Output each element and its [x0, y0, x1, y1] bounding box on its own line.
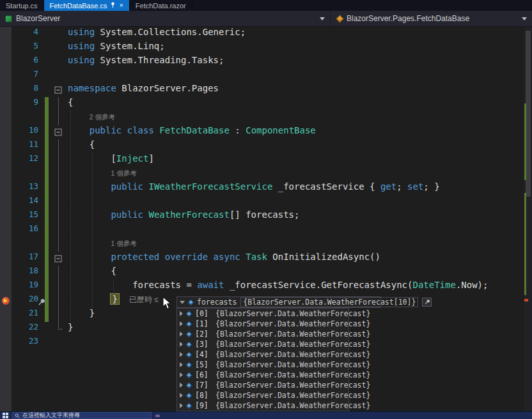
windows-taskbar[interactable]: 在這裡輸入文字來搜尋 ∞: [0, 411, 532, 419]
collapse-box-icon[interactable]: [55, 255, 62, 263]
code-line[interactable]: 7: [0, 69, 532, 83]
codelens-references[interactable]: 1 個參考: [111, 240, 136, 247]
datatip-row[interactable]: [0]{BlazorServer.Data.WeatherForecast}: [177, 309, 348, 319]
datatip-row[interactable]: [3]{BlazorServer.Data.WeatherForecast}: [177, 339, 348, 349]
code-line[interactable]: 17 protected override async Task OnIniti…: [0, 252, 532, 266]
expand-arrow-icon[interactable]: [180, 352, 183, 357]
datatip-row[interactable]: [8]{BlazorServer.Data.WeatherForecast}: [177, 390, 348, 400]
codelens-references[interactable]: 1 個參考: [111, 169, 136, 177]
tab-fetchdatabase-cs[interactable]: FetchDataBase.cs ×: [44, 0, 130, 11]
code-text[interactable]: using System.Threading.Tasks;: [68, 55, 532, 69]
breakpoint-gutter-cell[interactable]: [0, 69, 12, 83]
code-line[interactable]: 10 public class FetchDataBase : Componen…: [0, 125, 532, 139]
code-text[interactable]: {: [68, 139, 532, 153]
code-line[interactable]: 8namespace BlazorServer.Pages: [0, 83, 532, 97]
code-text[interactable]: 1 個參考: [68, 238, 532, 252]
datatip-root-row[interactable]: forecasts {BlazorServer.Data.WeatherFore…: [176, 296, 381, 308]
outlining-margin-cell[interactable]: [49, 252, 68, 266]
scrollbar-thumb[interactable]: [526, 31, 531, 197]
code-text[interactable]: using System.Collections.Generic;: [68, 27, 532, 41]
perftip-elapsed-time[interactable]: 已歷時 ≤: [129, 295, 159, 304]
expand-arrow-icon[interactable]: [180, 403, 183, 408]
breakpoint-gutter-cell[interactable]: [0, 167, 12, 181]
taskbar-search[interactable]: 在這裡輸入文字來搜尋: [12, 412, 152, 419]
breakpoint-gutter-cell[interactable]: [0, 111, 12, 125]
expand-arrow-icon[interactable]: [180, 331, 183, 337]
code-text[interactable]: public IWeatherForecastService _forecast…: [68, 181, 532, 195]
codelens-references[interactable]: 2 個參考: [90, 113, 115, 121]
code-text[interactable]: public class FetchDataBase : ComponentBa…: [68, 125, 532, 139]
code-text[interactable]: public WeatherForecast[] forecasts;: [68, 210, 532, 224]
code-text[interactable]: [68, 69, 532, 83]
pin-icon[interactable]: [37, 296, 46, 305]
breakpoint-gutter-cell[interactable]: [0, 238, 12, 252]
collapse-arrow-icon[interactable]: [180, 301, 185, 304]
breakpoint-gutter-cell[interactable]: [0, 322, 12, 336]
code-text[interactable]: [68, 195, 532, 210]
breakpoint-gutter-cell[interactable]: [0, 195, 12, 210]
type-dropdown[interactable]: BlazorServer.Pages.FetchDataBase: [330, 11, 532, 26]
code-line[interactable]: 5using System.Linq;: [0, 41, 532, 55]
code-line[interactable]: 1 個參考: [0, 167, 532, 181]
expand-arrow-icon[interactable]: [180, 321, 183, 326]
outlining-margin-cell[interactable]: [49, 125, 68, 139]
vertical-scrollbar[interactable]: [524, 27, 532, 411]
code-line[interactable]: 14: [0, 195, 532, 210]
breakpoint-icon[interactable]: [2, 297, 10, 305]
collapse-box-icon[interactable]: [55, 129, 62, 136]
datatip-row[interactable]: [9]{BlazorServer.Data.WeatherForecast}: [177, 400, 348, 411]
breakpoint-gutter-cell[interactable]: [0, 224, 12, 238]
code-line[interactable]: 11 {: [0, 139, 532, 153]
expand-arrow-icon[interactable]: [180, 362, 183, 367]
tab-startup-cs[interactable]: Startup.cs: [0, 0, 44, 11]
code-text[interactable]: 2 個參考: [68, 111, 532, 125]
datatip-row[interactable]: [1]{BlazorServer.Data.WeatherForecast}: [177, 319, 348, 329]
breakpoint-gutter-cell[interactable]: [0, 280, 12, 294]
breakpoint-gutter-cell[interactable]: [0, 83, 12, 97]
breakpoint-gutter-cell[interactable]: [0, 27, 12, 41]
code-text[interactable]: [Inject]: [68, 153, 532, 167]
breakpoint-gutter-cell[interactable]: [0, 139, 12, 153]
code-line[interactable]: 1 個參考: [0, 238, 532, 252]
datatip-row[interactable]: [7]{BlazorServer.Data.WeatherForecast}: [177, 380, 348, 390]
code-text[interactable]: protected override async Task OnInitiali…: [68, 252, 532, 266]
code-text[interactable]: namespace BlazorServer.Pages: [68, 83, 532, 97]
datatip-row[interactable]: [4]{BlazorServer.Data.WeatherForecast}: [177, 349, 348, 360]
visual-studio-taskbar-icon[interactable]: ∞: [155, 413, 160, 419]
breakpoint-gutter-cell[interactable]: [0, 266, 12, 280]
code-text[interactable]: 1 個參考: [68, 167, 532, 181]
pin-icon[interactable]: [110, 2, 116, 10]
close-icon[interactable]: ×: [119, 2, 123, 9]
expand-arrow-icon[interactable]: [180, 372, 183, 377]
windows-start-icon[interactable]: [3, 413, 8, 418]
code-text[interactable]: {: [68, 97, 532, 111]
expand-arrow-icon[interactable]: [180, 311, 183, 316]
expand-arrow-icon[interactable]: [180, 342, 183, 347]
datatip-row[interactable]: [6]{BlazorServer.Data.WeatherForecast}: [177, 370, 348, 380]
datatip-row[interactable]: [5]{BlazorServer.Data.WeatherForecast}: [177, 360, 348, 370]
outlining-margin-cell[interactable]: [49, 83, 68, 97]
code-text[interactable]: {: [68, 266, 532, 280]
project-dropdown[interactable]: BlazorServer: [0, 11, 330, 26]
breakpoint-gutter-cell[interactable]: [0, 336, 12, 350]
code-text[interactable]: forecasts = await _forecastService.GetFo…: [68, 280, 532, 294]
code-line[interactable]: 2 個參考: [0, 111, 532, 125]
pin-to-source-button[interactable]: [422, 298, 432, 307]
tab-fetchdata-razor[interactable]: FetchData.razor: [130, 0, 192, 11]
breakpoint-gutter-cell[interactable]: [0, 41, 12, 55]
breakpoint-gutter-cell[interactable]: [0, 153, 12, 167]
code-line[interactable]: 18 {: [0, 266, 532, 280]
breakpoint-gutter-cell[interactable]: [0, 97, 12, 111]
expand-arrow-icon[interactable]: [180, 383, 183, 388]
breakpoint-gutter-cell[interactable]: [0, 181, 12, 195]
code-line[interactable]: 12 [Inject]: [0, 153, 532, 167]
breakpoint-gutter-cell[interactable]: [0, 55, 12, 69]
breakpoint-gutter-cell[interactable]: [0, 210, 12, 224]
breakpoint-gutter-cell[interactable]: [0, 252, 12, 266]
code-line[interactable]: 6using System.Threading.Tasks;: [0, 55, 532, 69]
code-line[interactable]: 9{: [0, 97, 532, 111]
expand-arrow-icon[interactable]: [180, 393, 183, 398]
breakpoint-gutter-cell[interactable]: [0, 125, 12, 139]
code-text[interactable]: using System.Linq;: [68, 41, 532, 55]
code-line[interactable]: 16: [0, 224, 532, 238]
